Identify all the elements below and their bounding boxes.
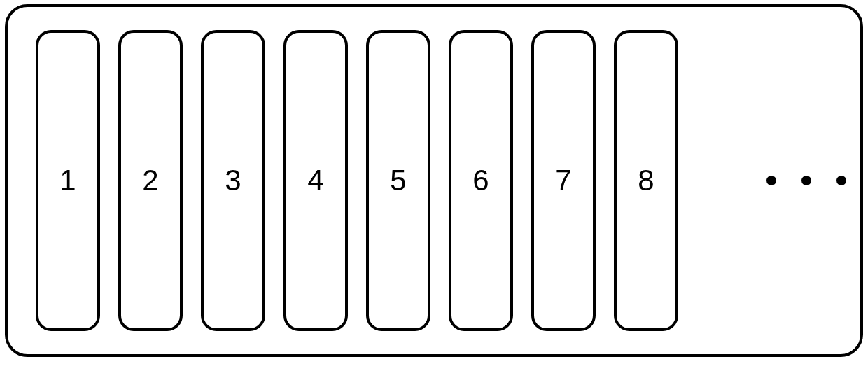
dot-icon <box>836 176 846 185</box>
slot-2: 2 <box>118 30 183 331</box>
slot-7: 7 <box>531 30 596 331</box>
slot-5: 5 <box>366 30 430 331</box>
slot-label: 7 <box>555 164 571 197</box>
slot-label: 4 <box>307 164 323 197</box>
slot-4: 4 <box>284 30 348 331</box>
slot-8: 8 <box>614 30 678 331</box>
dot-icon <box>802 176 811 185</box>
dot-icon <box>766 176 776 185</box>
slot-label: 8 <box>638 164 654 197</box>
diagram-outer-container: 1 2 3 4 5 6 7 8 <box>5 4 863 357</box>
slot-label: 3 <box>225 164 241 197</box>
slot-label: 1 <box>59 164 76 197</box>
slot-6: 6 <box>449 30 513 331</box>
ellipsis-icon <box>766 176 846 185</box>
slot-label: 5 <box>390 164 406 197</box>
slot-label: 2 <box>142 164 158 197</box>
slot-label: 6 <box>472 164 489 197</box>
slot-1: 1 <box>36 30 100 331</box>
slot-3: 3 <box>201 30 265 331</box>
